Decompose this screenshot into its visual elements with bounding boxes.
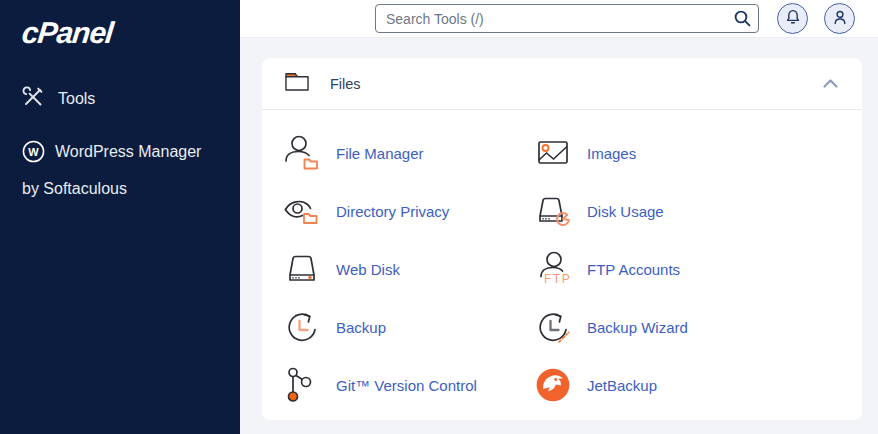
backup-wizard-icon [533, 307, 573, 347]
tool-item: Backup [282, 298, 533, 356]
sidebar: cPanel Tools W WordPress Manager by Soft… [0, 0, 240, 434]
tool-item: Directory Privacy [282, 182, 533, 240]
directory-privacy-icon [282, 191, 322, 231]
web-disk-icon [282, 249, 322, 289]
ftp-accounts-icon: FTP [533, 249, 573, 289]
backup-wizard-link[interactable]: Backup Wizard [587, 319, 688, 336]
backup-link[interactable]: Backup [336, 319, 386, 336]
wordpress-icon: W [22, 140, 45, 173]
search-box [375, 4, 759, 33]
disk-usage-icon [533, 191, 573, 231]
files-section-title: Files [330, 76, 819, 92]
jetbackup-link[interactable]: JetBackup [587, 377, 657, 394]
bell-icon [785, 9, 801, 29]
topbar [240, 0, 878, 38]
tool-item: JetBackup [533, 356, 842, 414]
sidebar-item-tools[interactable]: Tools [22, 86, 218, 112]
account-button[interactable] [824, 3, 855, 34]
tool-item: FTP FTP Accounts [533, 240, 842, 298]
cpanel-logo[interactable]: cPanel [20, 16, 114, 50]
file-manager-icon [282, 133, 322, 173]
collapse-button[interactable] [819, 72, 842, 95]
notifications-button[interactable] [777, 3, 808, 34]
svg-text:FTP: FTP [544, 272, 571, 286]
tool-item: Images [533, 124, 842, 182]
web-disk-link[interactable]: Web Disk [336, 261, 400, 278]
main-area: Files [240, 0, 878, 434]
disk-usage-link[interactable]: Disk Usage [587, 203, 664, 220]
tools-grid: File Manager Images [262, 110, 862, 414]
ftp-accounts-link[interactable]: FTP Accounts [587, 261, 680, 278]
sidebar-item-label: WordPress Manager by Softaculous [22, 143, 201, 197]
images-icon [533, 133, 573, 173]
svg-text:W: W [28, 146, 39, 158]
file-manager-link[interactable]: File Manager [336, 145, 424, 162]
images-link[interactable]: Images [587, 145, 636, 162]
chevron-up-icon [823, 76, 838, 91]
directory-privacy-link[interactable]: Directory Privacy [336, 203, 449, 220]
search-icon[interactable] [732, 9, 752, 29]
sidebar-item-label: Tools [58, 90, 95, 108]
git-version-control-link[interactable]: Git™ Version Control [336, 377, 477, 394]
tools-icon [22, 86, 44, 112]
tool-item: Backup Wizard [533, 298, 842, 356]
tool-item: Web Disk [282, 240, 533, 298]
jetbackup-icon [533, 365, 573, 405]
folder-icon [282, 69, 312, 98]
user-icon [832, 9, 848, 29]
files-section-header[interactable]: Files [262, 58, 862, 110]
tool-item: Git™ Version Control [282, 356, 533, 414]
backup-icon [282, 307, 322, 347]
git-version-control-icon [282, 365, 322, 405]
tool-item: File Manager [282, 124, 533, 182]
sidebar-item-wordpress-manager[interactable]: W WordPress Manager by Softaculous [22, 136, 218, 204]
tool-item: Disk Usage [533, 182, 842, 240]
search-input[interactable] [375, 4, 759, 33]
content: Files [240, 38, 878, 434]
files-section-card: Files [262, 58, 862, 420]
